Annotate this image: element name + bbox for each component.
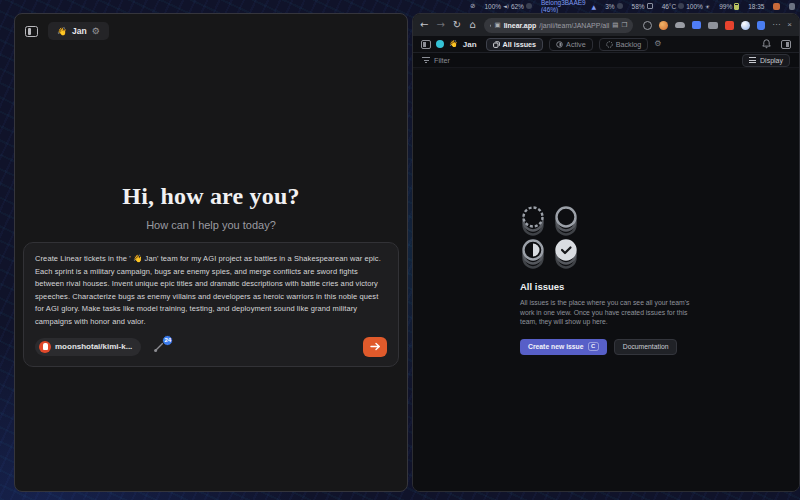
reload-icon[interactable]: ↻ [453, 20, 461, 30]
home-icon[interactable]: ⌂ [469, 20, 475, 30]
status-done-coin-icon [553, 239, 579, 269]
linear-header-right [762, 39, 791, 49]
memory-indicator[interactable]: 58% [632, 3, 653, 10]
extension-icon-red[interactable] [725, 21, 734, 30]
clock[interactable]: 18:35 [748, 3, 764, 10]
linear-filter-bar: Filter Display [413, 53, 799, 68]
back-icon[interactable]: ← [420, 20, 428, 30]
mic-icon [526, 3, 532, 9]
forward-icon[interactable]: → [436, 20, 444, 30]
status-todo-coin-icon [553, 206, 579, 236]
dnd-indicator[interactable]: ⊘ [470, 2, 475, 10]
mute-icon: ⊘ [470, 2, 475, 10]
extension-icon-hand[interactable] [757, 21, 765, 30]
memory-icon [647, 3, 653, 9]
create-new-issue-button[interactable]: Create new issue C [520, 339, 607, 355]
backlog-status-icon [606, 41, 613, 48]
close-icon[interactable]: × [787, 21, 792, 29]
filter-button[interactable]: Filter [422, 56, 450, 65]
wifi-indicator[interactable]: Belong3BAAE9 (46%) ▲ [541, 0, 596, 13]
cpu-level: 3% [605, 3, 614, 10]
display-button[interactable]: Display [742, 54, 790, 67]
sidebar-toggle-icon[interactable] [25, 26, 38, 37]
wifi-network-label: Belong3BAAE9 (46%) [541, 0, 590, 13]
site-permissions-icon[interactable]: ▣ [494, 22, 500, 29]
team-name: Jan [463, 40, 477, 49]
notifications-bell-icon[interactable] [762, 39, 771, 49]
url-path: /janii/team/JANAPP/all [539, 22, 609, 29]
extension-icon-ring[interactable] [643, 21, 652, 30]
linear-header: 👋 Jan All issues Active [413, 36, 799, 53]
chat-input-toolbar: moonshotai/kimi-k... 24 [35, 337, 387, 357]
speaker-icon: ◄) [503, 3, 509, 9]
right-panel-toggle-icon[interactable] [781, 40, 791, 49]
model-provider-icon [39, 341, 51, 353]
temperature-indicator[interactable]: 46°C 100% ☀ [662, 3, 711, 10]
browser-extensions-row: ⋯ × [643, 21, 792, 30]
tray-app-icon-2[interactable] [789, 3, 795, 10]
linear-sidebar-toggle-icon[interactable] [421, 40, 431, 49]
empty-state-description: All issues is the place where you can se… [520, 298, 692, 327]
status-backlog-coin-icon [520, 206, 546, 236]
status-in-progress-coin-icon [520, 239, 546, 269]
tab-all-issues-label: All issues [503, 40, 537, 49]
volume-level: 100% [484, 3, 501, 10]
display-label: Display [760, 57, 783, 64]
battery-icon [734, 3, 739, 10]
extension-icon-camera[interactable] [708, 22, 718, 29]
chat-input[interactable]: Create Linear tickets in the ' 👋 Jan' te… [35, 253, 387, 329]
tab-backlog-label: Backlog [616, 40, 642, 49]
team-emoji-icon: 👋 [449, 40, 458, 48]
fan-icon: ☀ [705, 3, 710, 10]
download-cloud-icon[interactable] [675, 22, 685, 28]
tray-app-icon-1[interactable] [773, 3, 779, 10]
empty-state-title: All issues [520, 281, 692, 292]
url-host: linear.app [504, 22, 537, 29]
views-settings-gear-icon[interactable]: ⚙ [654, 40, 661, 48]
keyboard-shortcut-badge: C [588, 342, 599, 351]
audio-indicator[interactable]: 100% ◄) 62% [484, 3, 531, 10]
jan-app-window: 👋 Jan ⚙ Hi, how are you? How can I help … [14, 13, 408, 492]
thread-settings-gear-icon[interactable]: ⚙ [92, 27, 100, 36]
tab-backlog[interactable]: Backlog [599, 38, 649, 51]
tools-button[interactable]: 24 [153, 341, 165, 353]
tab-active[interactable]: Active [549, 38, 593, 51]
wifi-icon: ▲ [592, 3, 597, 10]
address-bar[interactable]: ▣ linear.app/janii/team/JANAPP/all ▤ ❐ [484, 18, 634, 33]
extension-icon-sphere[interactable] [741, 21, 750, 30]
jan-header: 👋 Jan ⚙ [15, 14, 407, 46]
battery-level: 99% [719, 3, 732, 10]
fan-level: 100% [686, 3, 703, 10]
linear-view-tabs: All issues Active Backlog ⚙ [486, 38, 662, 51]
battery-indicator[interactable]: 99% [719, 3, 739, 10]
system-tray: ⊘ 100% ◄) 62% Belong3BAAE9 (46%) ▲ 3% 58… [470, 0, 800, 12]
browser-toolbar: ← → ↻ ⌂ ▣ linear.app/janii/team/JANAPP/a… [413, 14, 799, 36]
empty-state-buttons: Create new issue C Documentation [520, 339, 692, 355]
reader-mode-icon[interactable]: ❐ [622, 22, 628, 29]
all-issues-icon [493, 41, 500, 48]
thermometer-icon [678, 3, 684, 9]
cpu-indicator[interactable]: 3% [605, 3, 622, 10]
tab-active-label: Active [566, 40, 586, 49]
greeting-block: Hi, how are you? How can I help you toda… [15, 183, 407, 231]
browser-window: ← → ↻ ⌂ ▣ linear.app/janii/team/JANAPP/a… [412, 13, 800, 492]
workspace-avatar[interactable] [436, 40, 444, 48]
extension-icon-flag[interactable] [692, 21, 701, 29]
send-button[interactable] [363, 337, 387, 357]
chat-input-card: Create Linear tickets in the ' 👋 Jan' te… [23, 242, 399, 367]
tools-count-badge: 24 [162, 335, 173, 346]
tab-all-issues[interactable]: All issues [486, 38, 544, 51]
filter-label: Filter [434, 56, 450, 65]
bookmark-icon[interactable]: ▤ [612, 22, 618, 29]
send-arrow-icon [370, 342, 381, 351]
jan-thread-tab[interactable]: 👋 Jan ⚙ [48, 22, 109, 40]
temperature-value: 46°C [662, 3, 677, 10]
create-new-issue-label: Create new issue [528, 343, 584, 350]
model-selector[interactable]: moonshotai/kimi-k... [35, 338, 141, 356]
overflow-menu-icon[interactable]: ⋯ [772, 21, 780, 29]
documentation-button[interactable]: Documentation [614, 339, 678, 355]
display-sliders-icon [749, 57, 756, 63]
all-issues-empty-state: All issues All issues is the place where… [520, 206, 692, 355]
extension-icon-orange[interactable] [659, 21, 668, 30]
memory-level: 58% [632, 3, 645, 10]
